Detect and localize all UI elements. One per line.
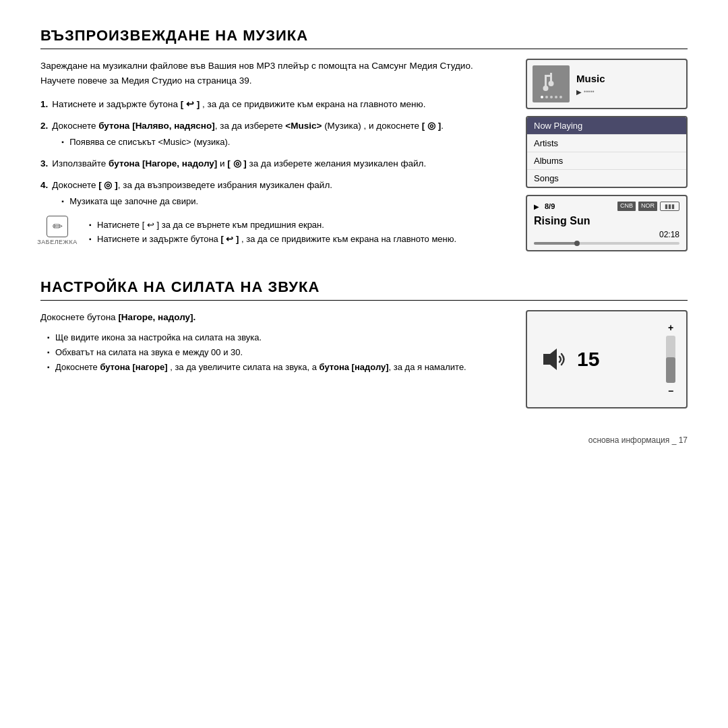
music-label-area: Music ▶ ••••• [576, 73, 605, 96]
step4-subbullet: Музиката ще започне да свири. [63, 195, 506, 209]
note-bullet-1: Натиснете [ ↩ ] за да се върнете към пре… [90, 218, 506, 233]
step3-text: Използвайте бутона [Нагоре, надолу] и [ … [52, 156, 506, 171]
badge-cnb: CNB [617, 202, 636, 211]
menu-item-albums: Albums [527, 152, 686, 170]
step1-text: Натиснете и задържте бутона [ ↩ ] , за д… [52, 97, 506, 112]
music-dot-row-dots: ••••• [584, 88, 595, 95]
dot-3 [550, 96, 553, 98]
volume-icon-num: 15 [538, 343, 599, 375]
note-content: Натиснете [ ↩ ] за да се върнете към пре… [80, 216, 506, 247]
step1-num: 1. [40, 97, 48, 112]
step3-num: 3. [40, 156, 48, 171]
svg-marker-5 [543, 348, 557, 370]
volume-bullet-3: Докоснете бутона [нагоре] , за да увелич… [47, 360, 506, 375]
step4-num: 4. [40, 178, 48, 209]
device-music-mockup: Music ▶ ••••• [526, 59, 688, 109]
player-top-bar: ▶ 8/9 CNB NOR ▮▮▮ [534, 202, 679, 211]
music-dots [541, 96, 562, 98]
menu-item-songs: Songs [527, 170, 686, 187]
step2-text: Докоснете бутона [Наляво, надясно], за д… [52, 119, 506, 150]
player-progress-fill [534, 242, 578, 245]
badge-battery: ▮▮▮ [660, 202, 679, 211]
menu-item-nowplaying: Now Playing [527, 117, 686, 135]
menu-item-artists: Artists [527, 135, 686, 152]
badge-nor: NOR [638, 202, 657, 211]
player-badges: CNB NOR ▮▮▮ [617, 202, 679, 211]
dot-5 [559, 96, 562, 98]
note-bullet-2: Натиснете и задържте бутона [ ↩ ] , за д… [90, 233, 506, 247]
volume-slider-area: + − [666, 322, 675, 396]
vol-minus-label: − [668, 386, 673, 396]
volume-speaker-icon [538, 343, 570, 375]
music-dots-row: ▶ ••••• [576, 88, 605, 96]
note-icon: ✏ [47, 216, 68, 237]
svg-rect-2 [545, 75, 552, 77]
step-2: 2. Докоснете бутона [Наляво, надясно], з… [40, 119, 506, 150]
note-box: ✏ ЗАБЕЛЕЖКА Натиснете [ ↩ ] за да се вър… [40, 216, 506, 247]
player-play-icon: ▶ [534, 203, 539, 210]
music-small-play: ▶ [576, 88, 582, 96]
svg-point-4 [548, 81, 553, 86]
section2-text-col: Докоснете бутона [Нагоре, надолу]. Ще ви… [40, 310, 506, 408]
player-progress-bar [534, 242, 679, 245]
section2-content: Докоснете бутона [Нагоре, надолу]. Ще ви… [40, 310, 688, 408]
dot-1 [541, 96, 543, 98]
step4-text: Докоснете [ ◎ ], за да възпроизведете из… [52, 178, 506, 209]
svg-point-3 [543, 86, 548, 91]
vol-track [666, 336, 675, 383]
section1-divider [40, 49, 688, 49]
player-song-title: Rising Sun [534, 215, 679, 227]
section1-image-col: Music ▶ ••••• Now Playing Artists Albums… [526, 59, 688, 251]
section2-title: НАСТРОЙКА НА СИЛАТА НА ЗВУКА [40, 278, 688, 296]
section2-divider [40, 300, 688, 301]
section2-image-col: 15 + − [526, 310, 688, 408]
player-track-num: 8/9 [545, 202, 555, 210]
step-4: 4. Докоснете [ ◎ ], за да възпроизведете… [40, 178, 506, 209]
volume-bullet-1: Ще видите икона за настройка на силата н… [47, 330, 506, 345]
section1-content: Зареждане на музикални файлове във Вашия… [40, 59, 688, 251]
section1-intro: Зареждане на музикални файлове във Вашия… [40, 59, 506, 88]
volume-bullets-list: Ще видите икона за настройка на силата н… [40, 330, 506, 375]
player-progress-dot [574, 241, 580, 246]
footer-text: основна информация _ 17 [588, 435, 688, 445]
page-footer: основна информация _ 17 [40, 435, 688, 445]
volume-bullet-2: Обхватът на силата на звука е между 00 и… [47, 345, 506, 360]
step2-subbullet: Появява се списъкът <Music> (музика). [63, 135, 506, 150]
device-player-mockup: ▶ 8/9 CNB NOR ▮▮▮ Rising Sun 02:18 [526, 195, 688, 251]
step2-num: 2. [40, 119, 48, 150]
steps-list: 1. Натиснете и задържте бутона [ ↩ ] , з… [40, 97, 506, 209]
note-icon-area: ✏ ЗАБЕЛЕЖКА [40, 216, 74, 245]
dot-4 [555, 96, 557, 98]
vol-fill [666, 357, 675, 384]
section1-title: ВЪЗПРОИЗВЕЖДАНЕ НА МУЗИКА [40, 27, 688, 44]
vol-plus-label: + [668, 322, 673, 333]
music-note-icon [541, 72, 562, 96]
device-menu-mockup: Now Playing Artists Albums Songs [526, 116, 688, 188]
note-label: ЗАБЕЛЕЖКА [37, 239, 77, 245]
music-title: Music [576, 73, 605, 84]
step-3: 3. Използвайте бутона [Нагоре, надолу] и… [40, 156, 506, 171]
volume-number: 15 [577, 348, 599, 371]
section2-intro: Докоснете бутона [Нагоре, надолу]. [40, 310, 506, 325]
step-1: 1. Натиснете и задържте бутона [ ↩ ] , з… [40, 97, 506, 112]
music-icon-area [533, 65, 570, 102]
device-volume-mockup: 15 + − [526, 310, 688, 408]
section1-text-col: Зареждане на музикални файлове във Вашия… [40, 59, 506, 251]
player-time: 02:18 [534, 230, 679, 239]
dot-2 [545, 96, 548, 98]
